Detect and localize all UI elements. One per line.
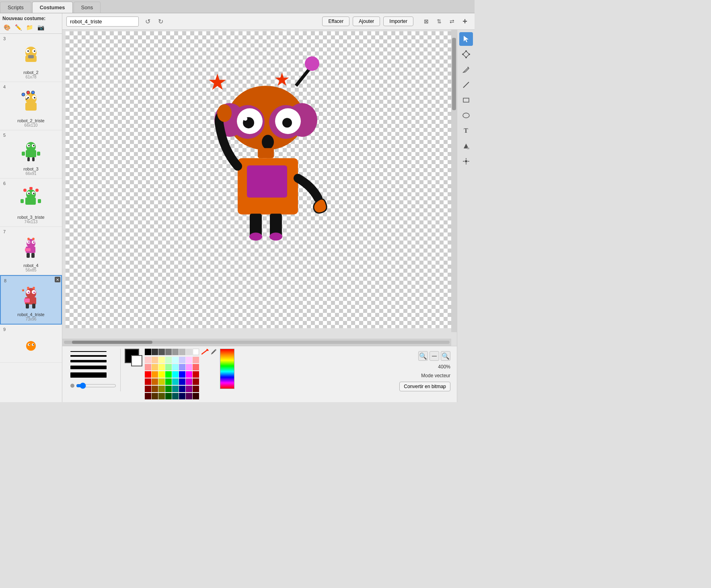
list-item[interactable]: 6 — [0, 179, 62, 227]
zoom-reset-btn[interactable]: — — [429, 351, 439, 361]
color-cell[interactable] — [158, 364, 165, 370]
color-cell[interactable] — [145, 371, 151, 378]
paint-tool-icon[interactable]: 🎨 — [2, 23, 11, 32]
vertical-scrollbar[interactable] — [451, 30, 457, 332]
color-cell[interactable] — [179, 364, 185, 370]
color-cell[interactable] — [145, 378, 151, 385]
list-item[interactable]: 9 — [0, 325, 62, 363]
dropper-icon[interactable] — [210, 349, 218, 355]
color-cell[interactable] — [165, 357, 172, 363]
color-cell[interactable] — [152, 364, 158, 370]
background-color-swatch[interactable] — [131, 355, 142, 366]
color-cell[interactable] — [172, 349, 179, 355]
color-cell[interactable] — [152, 349, 158, 355]
color-cell[interactable] — [172, 364, 179, 370]
costume-name-input[interactable] — [66, 16, 139, 27]
color-cell[interactable] — [165, 349, 172, 355]
color-cell[interactable] — [179, 378, 185, 385]
zoom-out-btn[interactable]: 🔍 — [418, 351, 428, 361]
stroke-slider[interactable] — [76, 382, 116, 389]
tab-scripts[interactable]: Scripts — [0, 2, 31, 13]
color-cell[interactable] — [158, 393, 165, 399]
effacer-btn[interactable]: Effacer — [322, 16, 349, 26]
ellipse-tool[interactable] — [459, 109, 473, 122]
color-cell[interactable] — [145, 357, 151, 363]
zoom-in-btn[interactable]: 🔍 — [441, 351, 450, 361]
color-cell[interactable] — [186, 364, 192, 370]
canvas-checkerboard[interactable]: ★ ★ — [66, 31, 454, 328]
color-cell[interactable] — [158, 378, 165, 385]
color-cell[interactable] — [186, 386, 192, 392]
color-cell[interactable] — [193, 349, 199, 355]
pencil-tool[interactable] — [459, 63, 473, 76]
color-cell[interactable] — [186, 357, 192, 363]
flip-h-icon[interactable]: ⇅ — [434, 16, 445, 27]
color-cell[interactable] — [186, 378, 192, 385]
thickness-line-1[interactable] — [70, 351, 107, 352]
color-cell[interactable] — [152, 378, 158, 385]
color-cell[interactable] — [186, 349, 192, 355]
color-cell[interactable] — [172, 371, 179, 378]
cursor-tool[interactable] — [459, 32, 473, 46]
color-cell[interactable] — [193, 371, 199, 378]
undo-btn[interactable]: ↺ — [142, 16, 153, 27]
color-cell[interactable] — [179, 393, 185, 399]
crop-icon[interactable]: ⊠ — [421, 16, 432, 27]
list-item[interactable]: 7 — [0, 227, 62, 275]
color-cell[interactable] — [193, 357, 199, 363]
thickness-line-3[interactable] — [70, 360, 107, 362]
camera-tool-icon[interactable]: 📷 — [36, 23, 45, 32]
color-cell[interactable] — [145, 364, 151, 370]
color-cell[interactable] — [145, 386, 151, 392]
edit-tool-icon[interactable]: ✏️ — [14, 23, 23, 32]
color-cell[interactable] — [145, 349, 151, 355]
color-cell[interactable] — [179, 349, 185, 355]
color-cell[interactable] — [158, 371, 165, 378]
color-cell[interactable] — [186, 371, 192, 378]
color-cell[interactable] — [179, 357, 185, 363]
fill-tool[interactable] — [459, 139, 473, 153]
line-tool[interactable] — [459, 78, 473, 92]
color-cell[interactable] — [152, 393, 158, 399]
list-item[interactable]: ✕ 8 — [0, 275, 62, 325]
color-cell[interactable] — [158, 349, 165, 355]
color-cell[interactable] — [172, 393, 179, 399]
list-item[interactable]: 4 — [0, 82, 62, 130]
color-cell[interactable] — [179, 371, 185, 378]
upload-tool-icon[interactable]: 📁 — [25, 23, 34, 32]
color-cell[interactable] — [193, 386, 199, 392]
color-cell[interactable] — [193, 393, 199, 399]
horizontal-scrollbar[interactable] — [62, 339, 451, 346]
color-cell[interactable] — [172, 357, 179, 363]
tab-costumes[interactable]: Costumes — [32, 2, 73, 13]
color-cell[interactable] — [165, 393, 172, 399]
thickness-line-2[interactable] — [70, 355, 107, 357]
ajouter-btn[interactable]: Ajouter — [353, 16, 380, 26]
text-tool[interactable]: T — [459, 124, 473, 138]
color-cell[interactable] — [152, 386, 158, 392]
rainbow-swatch[interactable] — [220, 349, 234, 389]
color-cell[interactable] — [165, 378, 172, 385]
color-cell[interactable] — [152, 357, 158, 363]
color-cell[interactable] — [172, 378, 179, 385]
flip-v-icon[interactable]: ⇄ — [446, 16, 458, 27]
thickness-line-4[interactable] — [70, 366, 107, 369]
tab-sons[interactable]: Sons — [74, 2, 101, 13]
redo-btn[interactable]: ↻ — [155, 16, 166, 27]
color-cell[interactable] — [172, 386, 179, 392]
color-cell[interactable] — [179, 386, 185, 392]
rectangle-tool[interactable] — [459, 93, 473, 107]
costume-close-btn[interactable]: ✕ — [55, 277, 60, 282]
color-cell[interactable] — [186, 393, 192, 399]
color-cell[interactable] — [193, 378, 199, 385]
color-cell[interactable] — [193, 364, 199, 370]
convert-btn[interactable]: Convertir en bitmap — [399, 382, 450, 391]
color-cell[interactable] — [165, 386, 172, 392]
list-item[interactable]: 3 robot_2 61x78 — [0, 34, 62, 82]
color-cell[interactable] — [152, 371, 158, 378]
position-tool[interactable] — [459, 154, 473, 168]
color-cell[interactable] — [158, 386, 165, 392]
importer-btn[interactable]: Importer — [383, 16, 413, 26]
list-item[interactable]: 5 — [0, 130, 62, 179]
color-cell[interactable] — [165, 364, 172, 370]
